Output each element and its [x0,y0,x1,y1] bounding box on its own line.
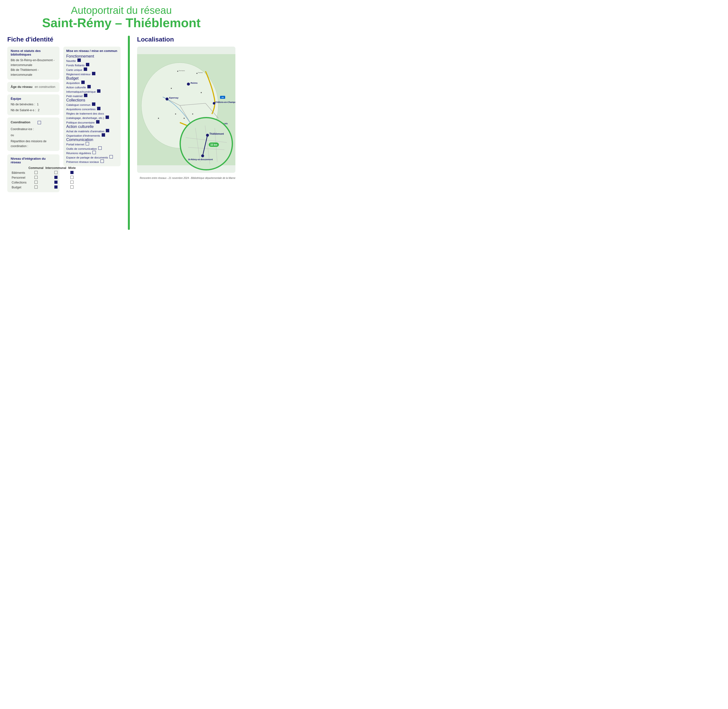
mer-item-name: Espace de partage de documents [66,156,109,159]
coordination-checkbox [38,121,41,124]
repartition-line: Répartition des missions de coordination… [11,139,56,148]
niveau-card: Niveau d'intégration du réseau Communal … [7,155,60,192]
mer-item-row: Espace de partage de documents [66,155,118,159]
mer-item-row: Action culturelle [66,85,118,89]
niveau-checkbox [35,185,38,188]
title-line2: Saint-Rémy – Thiéblemont [7,16,235,30]
map-placeholder: Reims Epernay Châlons-en-Champagne Vitry… [137,47,235,173]
mer-item-checkbox [92,102,95,106]
mer-item-checkbox [96,120,99,124]
mer-item-name: Catalogue commun [66,104,92,106]
equipe-header: Équipe [11,97,56,101]
coordination-body: Coordination [11,120,56,125]
coordination-details: Coordinateur-ice : ou Répartition des mi… [11,127,56,149]
svg-point-24 [201,92,202,93]
mer-item-row: Règles de traitement des docs (catalogag… [66,111,118,120]
mer-item-row: Acquisition [66,80,118,85]
mer-item-checkbox [100,159,104,163]
map-container: Reims Epernay Châlons-en-Champagne Vitry… [137,47,235,173]
svg-text:15 km: 15 km [210,143,217,146]
mise-en-reseau-card: Mise en réseau / mise en commun Fonction… [63,47,121,166]
benevoles-line: Nb de bénévoles : 1 [11,102,56,107]
svg-point-26 [183,118,185,119]
fiche-title: Fiche d'identité [7,36,121,43]
niveau-row-label: Budget [11,185,28,190]
ou-line: ou [11,133,56,138]
niveau-row-label: Collections [11,180,28,185]
mer-item-checkbox [97,107,100,110]
svg-point-21 [196,73,197,74]
mer-item-name: Réunions régulières [66,152,92,155]
bib-line1: Bib de St-Rémy-en-Bouzemont - intercommu… [11,58,56,67]
mer-item-row: Organisation d'évènements [66,133,118,138]
age-body: Âge du réseau en construction [11,85,56,90]
mer-item-row: Réunions régulières [66,151,118,155]
mer-item-name: Présence réseaux sociaux [66,160,100,163]
mer-item-row: Fonds flottants [66,63,118,67]
mer-item-checkbox [84,67,87,71]
mise-en-reseau-header: Mise en réseau / mise en commun [66,49,118,53]
niveau-row-label: Personnel [11,175,28,180]
svg-point-7 [187,83,190,86]
coordinateur-line: Coordinateur-ice : [11,127,56,131]
page-title: Autoportrait du réseau Saint-Rémy – Thié… [7,5,235,30]
mer-section-communication: Communication [66,138,93,142]
mer-item-checkbox [98,146,102,150]
equipe-card: Équipe Nb de bénévoles : 1 Nb de Salarié… [7,95,60,115]
mer-item-checkbox [84,94,87,97]
identity-left: Noms et statuts des bibliothèques Bib de… [7,47,60,194]
niveau-cell-communal [28,175,44,180]
identity-inner: Noms et statuts des bibliothèques Bib de… [7,47,121,194]
mer-item-checkbox [81,80,85,84]
mer-item-checkbox [109,155,113,159]
mer-item-name: Acquisition [66,82,81,85]
right-column: Localisation [132,36,235,230]
mer-item-name: Outils de communication [66,147,98,150]
mer-item-name: Petit matériel [66,95,84,98]
mer-item-row: Achat de matériels d'animation [66,129,118,133]
niveau-checkbox [35,181,38,184]
mer-item-name: Organisation d'évènements [66,134,102,137]
mer-item-row: Politique documentaire [66,120,118,124]
niveau-header: Niveau d'intégration du réseau [11,157,56,164]
bib-line2: Bib de Thiéblemont - intercommunale [11,67,56,77]
col-communal: Communal [28,166,44,171]
mer-item-row: Navette [66,58,118,63]
age-value: en construction [35,85,55,89]
mer-item-name: Achat de matériels d'animation [66,130,106,133]
zoom-circle: Thiéblemont St-Rémy-en-Bouzemont 15 km [179,117,233,171]
mer-item-row: Informatique/numérique [66,89,118,94]
mer-item-checkbox [97,89,100,93]
svg-text:A4: A4 [221,97,224,99]
mer-item-row: Catalogue commun [66,102,118,107]
mer-item-checkbox [87,85,91,88]
equipe-body: Nb de bénévoles : 1 Nb de Salarié-e-s : … [11,102,56,112]
left-column: Fiche d'identité Noms et statuts des bib… [7,36,125,230]
noms-statuts-body: Bib de St-Rémy-en-Bouzemont - intercommu… [11,58,56,77]
mer-item-checkbox [86,142,89,145]
svg-point-23 [171,88,172,89]
mer-item-name: Action culturelle [66,86,87,89]
svg-point-42 [201,155,204,157]
svg-text:Châlons-en-Champagne: Châlons-en-Champagne [215,101,235,104]
mer-section-fonctionnement: Fonctionnement [66,54,94,58]
mer-item-name: Réglement intérieur [66,73,92,76]
mer-section-budget: Budget [66,76,79,80]
mer-item-row: Outils de communication [66,146,118,151]
niveau-checkbox [35,171,38,174]
mer-item-checkbox [86,63,89,66]
mer-item-row: Carte unique [66,67,118,72]
content-row: Fiche d'identité Noms et statuts des bib… [7,36,235,230]
svg-text:Fismes: Fismes [198,72,203,74]
niveau-checkbox [54,176,58,179]
mer-item-checkbox [106,115,109,119]
svg-text:St-Rémy-en-Bouzemont: St-Rémy-en-Bouzemont [188,158,213,161]
mer-item-row: Petit matériel [66,94,118,98]
mer-item-name: Règles de traitement des docs (catalogag… [66,112,106,120]
salaries-line: Nb de Salarié-e-s : 2 [11,108,56,112]
niveau-checkbox [54,171,58,174]
title-line1: Autoportrait du réseau [7,5,235,16]
svg-text:Reims: Reims [191,82,198,84]
svg-text:Dormans: Dormans [179,70,185,71]
niveau-checkbox [35,176,38,179]
